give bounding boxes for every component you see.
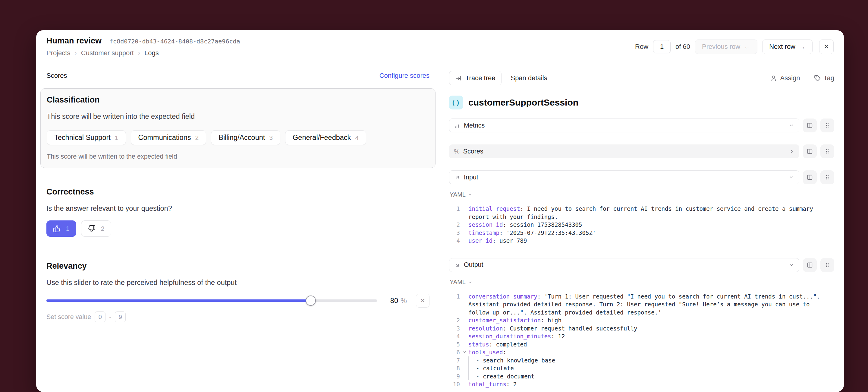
yaml-key: status [468, 341, 489, 348]
line-number: 3 [449, 325, 460, 333]
input-section: Input YAML 1initial_re [449, 170, 834, 245]
collapse-toggle[interactable] [460, 348, 468, 356]
line-number: 5 [449, 340, 460, 349]
input-header-wrap: Input [449, 170, 834, 184]
metrics-columns-button[interactable] [803, 119, 817, 132]
line-number: 10 [449, 380, 460, 388]
grip-icon [824, 262, 831, 268]
yaml-value: Customer request handled successfully [506, 325, 638, 332]
metrics-row[interactable]: Metrics [449, 119, 799, 132]
classification-description: This score will be written into the expe… [47, 113, 428, 121]
thumbs-up-button[interactable]: 1 [46, 220, 76, 237]
chevron-right-icon[interactable] [789, 149, 795, 154]
breadcrumb-item[interactable]: Customer support [81, 49, 134, 57]
code-text: user_id: user_789 [468, 237, 527, 245]
relevancy-slider-track[interactable] [46, 299, 377, 302]
gutter [460, 205, 468, 221]
relevancy-slider-row: 80 % ✕ [46, 295, 430, 306]
code-text: session_duration_minutes: 12 [468, 332, 565, 340]
yaml-key: customer_satisfaction [468, 317, 541, 324]
scores-header-row: Scores Configure scores [46, 71, 430, 80]
output-row[interactable]: Output [449, 258, 799, 272]
input-row[interactable]: Input [449, 170, 799, 184]
close-button[interactable]: ✕ [819, 39, 834, 54]
next-row-button[interactable]: Next row → [762, 39, 812, 54]
output-columns-button[interactable] [803, 258, 817, 272]
breadcrumb-separator-icon: › [74, 49, 76, 57]
gutter [460, 316, 468, 325]
yaml-key: user_id [468, 237, 493, 244]
output-header-wrap: Output [449, 258, 834, 272]
chevron-down-icon[interactable] [789, 262, 794, 268]
chevron-down-icon[interactable] [789, 123, 794, 128]
breadcrumb-item[interactable]: Projects [46, 49, 70, 57]
chevron-down-icon[interactable] [789, 175, 794, 180]
relevancy-hint-row: Set score value 0 - 9 [46, 311, 430, 322]
output-code-block: 1conversation_summary: 'Turn 1: User req… [449, 293, 834, 388]
previous-row-button[interactable]: Previous row ← [695, 39, 757, 54]
yaml-key: conversation_summary [468, 293, 537, 300]
yaml-punctuation: : [551, 333, 555, 339]
code-line: 5status: completed [449, 340, 834, 349]
yaml-value: '2025-07-29T22:35:43.305Z' [503, 230, 596, 236]
modal-header: Human review fc8d0720-db43-4624-8408-d8c… [36, 30, 844, 63]
gutter [460, 340, 468, 349]
option-shortcut: 1 [115, 134, 119, 142]
configure-scores-link[interactable]: Configure scores [379, 72, 430, 80]
thumbs-down-shortcut: 2 [101, 225, 104, 232]
bar-chart-icon [454, 122, 460, 128]
code-text: - create_document [468, 372, 534, 381]
input-label: Input [464, 174, 478, 181]
output-format-dropdown[interactable]: YAML [450, 279, 834, 286]
breadcrumb-item[interactable]: Logs [144, 49, 159, 57]
tab-span-details[interactable]: Span details [510, 74, 547, 82]
code-line: 3resolution: Customer request handled su… [449, 325, 834, 333]
relevancy-hint-text: Set score value [46, 313, 91, 321]
tag-icon [814, 75, 821, 82]
yaml-value: completed [493, 341, 527, 348]
yaml-value: - create_document [476, 373, 534, 380]
code-text: - search_knowledge_base [468, 356, 555, 365]
scores-row[interactable]: % Scores [449, 145, 799, 158]
yaml-value: - calculate [476, 365, 514, 371]
row-number-input[interactable] [653, 40, 671, 53]
gutter [460, 372, 468, 381]
relevancy-clear-button[interactable]: ✕ [416, 294, 430, 308]
input-columns-button[interactable] [803, 170, 817, 184]
relevancy-max-kbd: 9 [115, 311, 126, 322]
classification-option-button[interactable]: General/Feedback4 [285, 130, 366, 145]
code-text: total_turns: 2 [468, 380, 517, 388]
assign-button[interactable]: Assign [770, 74, 800, 82]
grip-icon [824, 174, 831, 181]
person-icon [770, 75, 777, 82]
metrics-drag-handle[interactable] [820, 119, 834, 132]
output-drag-handle[interactable] [820, 258, 834, 272]
line-number: 2 [449, 316, 460, 325]
row-label: Row [635, 43, 648, 51]
scores-drag-handle[interactable] [820, 145, 834, 158]
line-number: 4 [449, 237, 460, 245]
trace-id: fc8d0720-db43-4624-8408-d8c27ae96cda [110, 38, 240, 45]
function-badge: () [449, 96, 463, 110]
classification-option-button[interactable]: Technical Support1 [47, 130, 126, 145]
indent-guide [468, 356, 476, 365]
correctness-description: Is the answer relevant to your question? [46, 205, 430, 213]
thumbs-down-button[interactable]: 2 [81, 220, 112, 237]
tag-button[interactable]: Tag [814, 74, 834, 82]
tab-trace-tree[interactable]: Trace tree [449, 71, 501, 85]
code-line: 4session_duration_minutes: 12 [449, 332, 834, 340]
option-label: Technical Support [54, 133, 111, 142]
gutter [460, 229, 468, 237]
relevancy-slider-handle[interactable] [306, 296, 316, 306]
classification-option-button[interactable]: Communications2 [131, 130, 207, 145]
classification-option-button[interactable]: Billing/Account3 [211, 130, 280, 145]
relevancy-block: Relevancy Use this slider to rate the pe… [46, 262, 430, 322]
input-drag-handle[interactable] [820, 170, 834, 184]
scores-columns-button[interactable] [803, 145, 817, 158]
metrics-label: Metrics [464, 122, 485, 129]
modal-body: Scores Configure scores Classification T… [36, 64, 844, 392]
code-text: customer_satisfaction: high [468, 316, 561, 325]
input-format-dropdown[interactable]: YAML [450, 191, 834, 198]
yaml-value: - search_knowledge_base [476, 357, 555, 364]
yaml-punctuation: : [503, 221, 506, 228]
